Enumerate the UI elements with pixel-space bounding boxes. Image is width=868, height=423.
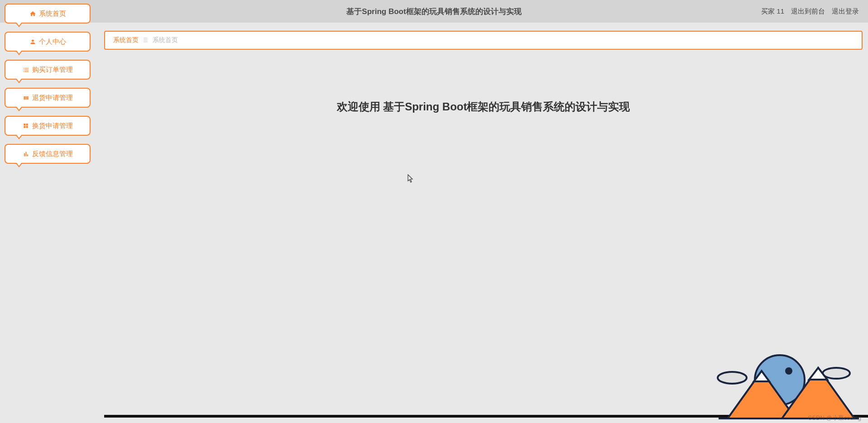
welcome-heading: 欢迎使用 基于Spring Boot框架的玩具销售系统的设计与实现 xyxy=(104,100,863,114)
sidebar-item-profile[interactable]: 个人中心 xyxy=(5,32,91,52)
sidebar-item-returns[interactable]: 退货申请管理 xyxy=(5,88,91,108)
sidebar: 系统首页 个人中心 购买订单管理 退货申请管理 换货申请管理 反馈信息管理 xyxy=(5,4,91,164)
sidebar-item-feedback[interactable]: 反馈信息管理 xyxy=(5,144,91,164)
sidebar-item-home[interactable]: 系统首页 xyxy=(5,4,91,24)
home-icon xyxy=(29,10,36,17)
user-icon xyxy=(29,38,36,45)
chart-icon xyxy=(22,150,29,157)
sidebar-item-label: 个人中心 xyxy=(39,38,66,46)
page-title: 基于Spring Boot框架的玩具销售系统的设计与实现 xyxy=(346,6,521,17)
breadcrumb-sep-icon: ☰ xyxy=(143,37,148,43)
header-right: 买家 11 退出到前台 退出登录 xyxy=(761,7,859,16)
breadcrumb: 系统首页 ☰ 系统首页 xyxy=(104,31,863,50)
breadcrumb-first[interactable]: 系统首页 xyxy=(113,36,139,44)
sidebar-item-orders[interactable]: 购买订单管理 xyxy=(5,60,91,80)
main-content: 系统首页 ☰ 系统首页 欢迎使用 基于Spring Boot框架的玩具销售系统的… xyxy=(104,31,863,415)
list-icon xyxy=(22,66,29,73)
sidebar-item-label: 系统首页 xyxy=(39,10,66,18)
user-label[interactable]: 买家 11 xyxy=(761,7,784,16)
grid-icon xyxy=(22,122,29,129)
logout-link[interactable]: 退出登录 xyxy=(832,7,859,16)
package-icon xyxy=(22,94,29,101)
top-bar: 基于Spring Boot框架的玩具销售系统的设计与实现 买家 11 退出到前台… xyxy=(0,0,868,23)
watermark: CSDN @小蔡coding xyxy=(808,414,861,422)
sidebar-item-label: 购买订单管理 xyxy=(32,66,73,74)
sidebar-item-label: 反馈信息管理 xyxy=(32,150,73,158)
sidebar-item-exchange[interactable]: 换货申请管理 xyxy=(5,116,91,136)
sidebar-item-label: 换货申请管理 xyxy=(32,122,73,130)
bottom-bar xyxy=(104,415,868,418)
breadcrumb-second: 系统首页 xyxy=(153,36,178,44)
exit-front-link[interactable]: 退出到前台 xyxy=(791,7,825,16)
sidebar-item-label: 退货申请管理 xyxy=(32,94,73,102)
